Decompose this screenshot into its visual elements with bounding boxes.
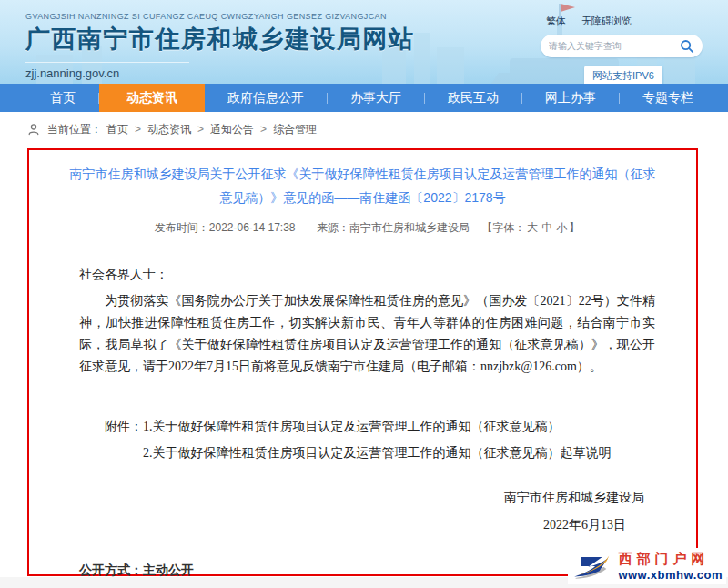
breadcrumb-separator: >	[260, 123, 267, 136]
breadcrumb: 当前位置： 首页 > 动态资讯 > 通知公告 > 综合管理	[0, 112, 728, 147]
nav-item-gov-info[interactable]: 政府信息公开	[205, 84, 327, 112]
signature-date: 2022年6月13日	[79, 512, 626, 539]
font-size-small-button[interactable]: 小	[556, 221, 567, 234]
attachment-link-2[interactable]: 2.关于做好保障性租赁住房项目认定及运营管理工作的通知（征求意见稿）起草说明	[143, 442, 655, 464]
search-box[interactable]	[541, 35, 703, 57]
search-input[interactable]	[549, 41, 680, 51]
watermark-site-name: 西部门户网	[618, 551, 709, 568]
site-title: 广西南宁市住房和城乡建设局网站	[25, 23, 415, 56]
signature-organization: 南宁市住房和城乡建设局	[79, 484, 644, 512]
traditional-chinese-link[interactable]: 繁体	[546, 15, 566, 26]
font-size-large-button[interactable]: 大	[527, 221, 538, 234]
breadcrumb-separator: >	[135, 123, 141, 136]
attachment-link-1[interactable]: 附件：1.关于做好保障性租赁住房项目认定及运营管理工作的通知（征求意见稿）	[79, 416, 655, 438]
breadcrumb-current: 综合管理	[273, 122, 317, 137]
nav-item-interaction[interactable]: 政民互动	[425, 84, 521, 112]
zhuang-language-title: GVANGJSIH NANZNINGZ SI CUFANGZ CAEUQ CWN…	[25, 12, 415, 21]
xbmhw-logo-icon	[571, 550, 613, 583]
ipv6-support-badge[interactable]: 网站支持IPV6	[584, 66, 662, 84]
article-title: 南宁市住房和城乡建设局关于公开征求《关于做好保障性租赁住房项目认定及运营管理工作…	[64, 162, 662, 209]
site-url: zjj.nanning.gov.cn	[25, 62, 189, 80]
search-icon[interactable]	[680, 39, 694, 54]
font-size-medium-button[interactable]: 中	[541, 221, 552, 234]
breadcrumb-separator: >	[197, 123, 204, 136]
nav-item-online-service[interactable]: 网上办事	[522, 84, 619, 112]
nav-item-news[interactable]: 动态资讯	[99, 84, 205, 112]
signature-block: 南宁市住房和城乡建设局 2022年6月13日	[79, 484, 655, 539]
publish-time: 发布时间：2022-06-14 17:38	[155, 221, 296, 234]
xbmhw-watermark-link[interactable]: 西部门户网 www.xbmhw.com	[568, 548, 726, 584]
nav-item-home[interactable]: 首页	[27, 84, 98, 112]
salutation: 社会各界人士：	[79, 264, 655, 286]
accessibility-link[interactable]: 无障碍浏览	[581, 15, 632, 26]
site-header: GVANGJSIH NANZNINGZ SI CUFANGZ CAEUQ CWN…	[0, 0, 728, 84]
article-source: 来源：南宁市住房和城乡建设局	[317, 221, 470, 234]
nav-item-special-topics[interactable]: 专题专栏	[620, 84, 716, 112]
location-person-icon	[27, 123, 40, 136]
font-size-label: 【字体：	[481, 221, 525, 234]
main-nav: 首页 动态资讯 政府信息公开 办事大厅 政民互动 网上办事 专题专栏	[0, 84, 728, 112]
breadcrumb-prefix: 当前位置：	[47, 122, 102, 137]
body-paragraph: 为贯彻落实《国务院办公厅关于加快发展保障性租赁住房的意见》（国办发〔2021〕2…	[79, 290, 655, 378]
breadcrumb-notices[interactable]: 通知公告	[210, 122, 254, 137]
article-body: 社会各界人士： 为贯彻落实《国务院办公厅关于加快发展保障性租赁住房的意见》（国办…	[29, 248, 696, 581]
nav-item-service-hall[interactable]: 办事大厅	[328, 84, 424, 112]
article-meta: 发布时间：2022-06-14 17:38 来源：南宁市住房和城乡建设局 【字体…	[41, 220, 684, 248]
breadcrumb-news[interactable]: 动态资讯	[147, 122, 191, 137]
watermark-site-url: www.xbmhw.com	[618, 568, 723, 582]
article-red-box: 南宁市住房和城乡建设局关于公开征求《关于做好保障性租赁住房项目认定及运营管理工作…	[27, 148, 698, 576]
breadcrumb-home[interactable]: 首页	[106, 122, 128, 137]
font-size-label-close: 】	[569, 221, 580, 234]
